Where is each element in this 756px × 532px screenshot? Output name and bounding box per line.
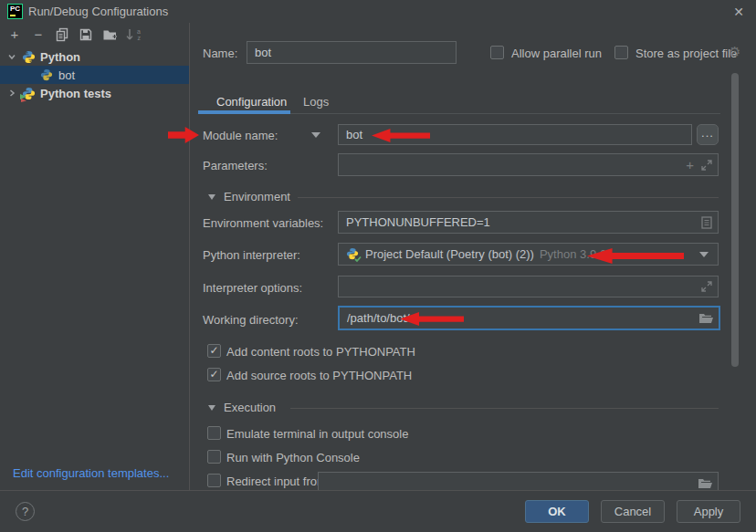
interpreter-options-input[interactable] xyxy=(339,276,701,297)
expand-field-icon[interactable] xyxy=(701,160,712,171)
python-interpreter-label: Python interpreter: xyxy=(203,248,300,262)
store-as-project-file-checkbox[interactable] xyxy=(614,46,628,59)
redirect-input-field-wrap xyxy=(318,472,719,490)
run-with-python-console-checkbox[interactable] xyxy=(207,450,221,464)
run-debug-configurations-dialog: PC Run/Debug Configurations ✕ + − a z xyxy=(0,0,756,532)
name-label: Name: xyxy=(203,47,237,60)
environment-section-line xyxy=(298,197,719,198)
redirect-input-checkbox[interactable] xyxy=(207,474,221,487)
parameters-label: Parameters: xyxy=(203,159,268,172)
configuration-tree: Python bot Python tests xyxy=(0,47,189,102)
expand-field-icon[interactable] xyxy=(701,281,712,292)
name-field-wrap xyxy=(247,41,457,64)
python-tests-icon xyxy=(22,87,36,100)
active-tab-underline xyxy=(198,110,290,114)
name-input[interactable] xyxy=(247,42,456,63)
tab-configuration[interactable]: Configuration xyxy=(216,95,287,109)
environment-section-header[interactable]: Environment xyxy=(208,190,290,203)
environment-variables-label: Environment variables: xyxy=(203,216,323,230)
add-content-roots-label: Add content roots to PYTHONPATH xyxy=(226,345,415,359)
execution-section-line xyxy=(290,408,719,409)
run-with-python-console-label: Run with Python Console xyxy=(226,451,360,464)
folder-icon[interactable] xyxy=(699,313,713,324)
titlebar: PC Run/Debug Configurations ✕ xyxy=(0,0,756,23)
edit-configuration-templates-link[interactable]: Edit configuration templates... xyxy=(13,466,169,480)
python-interpreter-value: Project Default (Poetry (bot) (2)) xyxy=(365,247,534,261)
sidebar-toolbar: + − a z xyxy=(0,23,189,47)
allow-parallel-run-label: Allow parallel run xyxy=(511,47,602,60)
chevron-down-icon xyxy=(699,252,709,257)
tab-logs[interactable]: Logs xyxy=(303,95,329,109)
configurations-sidebar: + − a z xyxy=(0,23,190,490)
chevron-right-icon[interactable] xyxy=(7,89,16,98)
emulate-terminal-label: Emulate terminal in output console xyxy=(226,427,408,441)
environment-variables-input[interactable] xyxy=(339,212,701,233)
pycharm-logo-icon: PC xyxy=(7,4,23,19)
interpreter-options-label: Interpreter options: xyxy=(203,281,302,295)
apply-button[interactable]: Apply xyxy=(677,500,740,523)
annotation-arrow-module-name-value xyxy=(372,129,430,142)
remove-configuration-icon[interactable]: − xyxy=(31,27,46,42)
interpreter-options-field-wrap xyxy=(338,276,719,297)
ok-button[interactable]: OK xyxy=(525,500,589,523)
close-icon[interactable]: ✕ xyxy=(730,4,747,20)
emulate-terminal-checkbox[interactable] xyxy=(207,426,221,440)
chevron-down-icon[interactable] xyxy=(7,52,16,61)
parameters-input[interactable] xyxy=(339,154,686,175)
tree-item-python-tests-group[interactable]: Python tests xyxy=(0,84,189,102)
cancel-button[interactable]: Cancel xyxy=(601,500,665,523)
collapse-triangle-icon xyxy=(208,405,215,411)
add-source-roots-label: Add source roots to PYTHONPATH xyxy=(226,369,412,382)
python-run-config-icon xyxy=(40,68,54,82)
sort-configurations-icon[interactable]: a z xyxy=(126,27,141,42)
allow-parallel-run-checkbox[interactable] xyxy=(490,46,504,59)
macros-plus-icon[interactable]: + xyxy=(686,157,694,172)
execution-section-header[interactable]: Execution xyxy=(208,401,276,414)
redirect-input-label: Redirect input from: xyxy=(226,475,330,488)
annotation-arrow-module-name-label xyxy=(168,127,199,143)
annotation-arrow-working-directory xyxy=(400,312,464,326)
add-configuration-icon[interactable]: + xyxy=(7,27,22,42)
copy-configuration-icon[interactable] xyxy=(55,27,69,42)
python-interpreter-icon xyxy=(346,247,360,261)
edit-variables-icon[interactable] xyxy=(701,216,712,229)
parameters-field-wrap: + xyxy=(338,153,719,176)
tree-item-bot-configuration[interactable]: bot xyxy=(0,66,189,84)
new-folder-icon[interactable] xyxy=(102,27,117,42)
module-name-label: Module name: xyxy=(203,129,278,142)
dialog-footer: ? OK Cancel Apply xyxy=(0,490,756,532)
store-as-project-file-label: Store as project file xyxy=(635,47,737,60)
execution-section-title: Execution xyxy=(224,401,276,414)
add-content-roots-checkbox[interactable]: ✓ xyxy=(207,344,221,358)
window-title: Run/Debug Configurations xyxy=(28,5,168,18)
working-directory-field-wrap xyxy=(338,306,720,330)
vertical-scrollbar[interactable] xyxy=(731,73,739,367)
redirect-input-input[interactable] xyxy=(319,473,698,490)
folder-icon[interactable] xyxy=(698,478,712,489)
annotation-arrow-python-interpreter xyxy=(587,248,684,264)
add-source-roots-checkbox[interactable]: ✓ xyxy=(207,368,221,381)
working-directory-input[interactable] xyxy=(340,308,699,329)
python-icon xyxy=(22,50,36,64)
tree-item-python-group[interactable]: Python xyxy=(0,47,189,66)
module-browse-button[interactable]: ... xyxy=(697,124,719,145)
help-button[interactable]: ? xyxy=(16,502,35,521)
working-directory-label: Working directory: xyxy=(203,313,299,327)
save-configuration-icon[interactable] xyxy=(79,27,93,42)
environment-variables-field-wrap xyxy=(338,211,719,234)
gear-icon[interactable]: ⚙ xyxy=(729,44,740,60)
target-type-chevron-icon[interactable] xyxy=(311,132,320,138)
environment-section-title: Environment xyxy=(224,190,290,203)
collapse-triangle-icon xyxy=(208,194,215,200)
